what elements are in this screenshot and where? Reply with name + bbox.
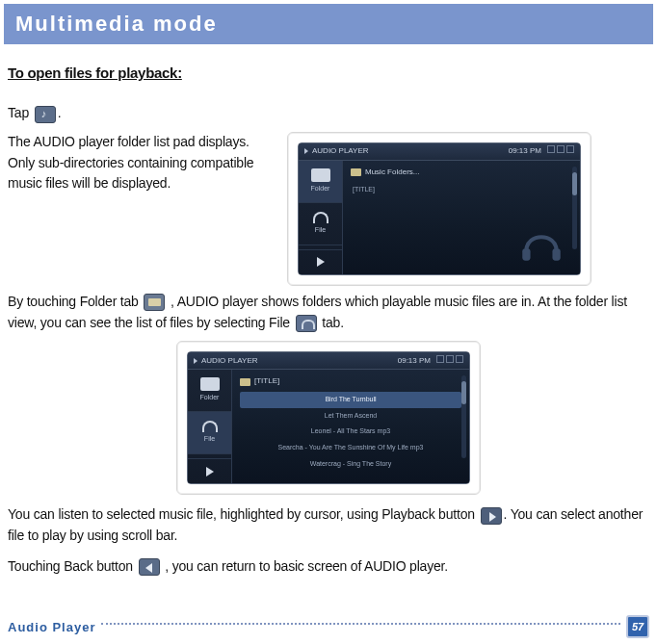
footer-leader-dots [101, 623, 620, 625]
tab-folder-label: Folder [311, 184, 330, 194]
play-icon [206, 467, 214, 477]
device-screenshot-1: AUDIO PLAYER 09:13 PM Folder File [287, 132, 591, 286]
play-indicator-icon [194, 358, 197, 364]
list-heading-text: [TITLE] [254, 375, 279, 387]
screen-main: Music Folders... [TITLE] [343, 161, 580, 274]
footer-section-label: Audio Player [8, 620, 95, 634]
screen-topbar: AUDIO PLAYER 09:13 PM [188, 352, 469, 370]
folder-icon [144, 294, 165, 311]
list-item[interactable]: [TITLE] [351, 182, 572, 198]
list-item[interactable]: Leonel - All The Stars mp3 [240, 424, 461, 440]
screenshot-2-wrapper: AUDIO PLAYER 09:13 PM Folder File [8, 341, 649, 495]
time-label: 09:13 PM [509, 145, 541, 157]
play-icon [481, 507, 502, 525]
scroll-thumb[interactable] [461, 381, 466, 404]
tab-folder[interactable]: Folder [299, 161, 342, 203]
back-icon [139, 558, 160, 576]
device-screenshot-2: AUDIO PLAYER 09:13 PM Folder File [176, 341, 481, 495]
folder-tab-paragraph: By touching Folder tab , AUDIO player sh… [8, 292, 649, 333]
folder-tab-post: tab. [322, 315, 344, 330]
content-area: To open files for playback: Tap . The AU… [0, 44, 657, 577]
folder-icon [311, 168, 330, 182]
play-indicator-icon [304, 148, 308, 154]
list-heading: Music Folders... [351, 167, 572, 178]
tab-file[interactable]: File [188, 412, 231, 454]
app-label: AUDIO PLAYER [201, 355, 258, 367]
scrollbar[interactable] [461, 375, 466, 458]
list-item[interactable]: Let Them Ascend [240, 408, 461, 425]
list-heading: [TITLE] [240, 375, 461, 387]
list-item[interactable]: Searcha - You Are The Sunshine Of My Lif… [240, 440, 461, 456]
list-item[interactable]: Watercrag - Sing The Story [240, 456, 461, 473]
header-bar: Multimedia mode [4, 4, 653, 44]
screen-main: [TITLE] Bird The Turnbull Let Them Ascen… [232, 370, 469, 483]
tab-file-label: File [204, 434, 215, 445]
intro-row: The AUDIO player folder list pad display… [8, 132, 649, 286]
list-item[interactable]: Bird The Turnbull [240, 392, 461, 408]
audio-player-screen-2: AUDIO PLAYER 09:13 PM Folder File [187, 351, 470, 484]
intro-text: The AUDIO player folder list pad display… [8, 132, 268, 286]
left-tab-column: Folder File [188, 370, 232, 483]
tab-folder[interactable]: Folder [188, 370, 231, 412]
back-post: , you can return to basic screen of AUDI… [162, 558, 448, 574]
app-label: AUDIO PLAYER [312, 145, 369, 157]
play-icon [317, 257, 325, 267]
status-icons [545, 145, 574, 157]
back-pre: Touching Back button [8, 558, 137, 574]
listen-paragraph: You can listen to selected music file, h… [8, 504, 649, 546]
headphones-icon [313, 212, 328, 223]
headphones-icon [296, 315, 317, 332]
scroll-thumb[interactable] [572, 172, 577, 195]
scrollbar[interactable] [572, 167, 577, 249]
listen-pre: You can listen to selected music file, h… [8, 506, 479, 522]
tap-pre-text: Tap [8, 105, 33, 120]
headphones-illustration [516, 219, 566, 269]
left-tab-column: Folder File [299, 161, 343, 274]
back-paragraph: Touching Back button , you can return to… [8, 556, 649, 578]
headphones-icon [202, 421, 218, 432]
tap-line: Tap . [8, 103, 649, 124]
tab-file[interactable]: File [299, 203, 342, 245]
tap-post-text: . [58, 105, 62, 120]
svg-rect-0 [522, 248, 530, 260]
tab-file-label: File [315, 225, 326, 236]
tab-folder-label: Folder [200, 393, 220, 403]
section-subheading: To open files for playback: [8, 62, 649, 84]
status-icons [434, 355, 463, 367]
folder-small-icon [351, 168, 361, 176]
folder-tab-pre: By touching Folder tab [8, 294, 142, 309]
page-footer: Audio Player 57 [8, 615, 649, 638]
page-number-badge: 57 [626, 615, 649, 638]
folder-small-icon [240, 378, 250, 386]
svg-rect-1 [552, 248, 560, 260]
list-heading-text: Music Folders... [365, 167, 419, 178]
music-icon [35, 106, 56, 123]
play-button[interactable] [299, 249, 342, 274]
page-title: Multimedia mode [15, 12, 642, 37]
audio-player-screen: AUDIO PLAYER 09:13 PM Folder File [298, 142, 581, 275]
time-label: 09:13 PM [398, 355, 431, 367]
folder-icon [200, 377, 220, 391]
screen-topbar: AUDIO PLAYER 09:13 PM [299, 143, 580, 161]
play-button[interactable] [188, 458, 231, 483]
